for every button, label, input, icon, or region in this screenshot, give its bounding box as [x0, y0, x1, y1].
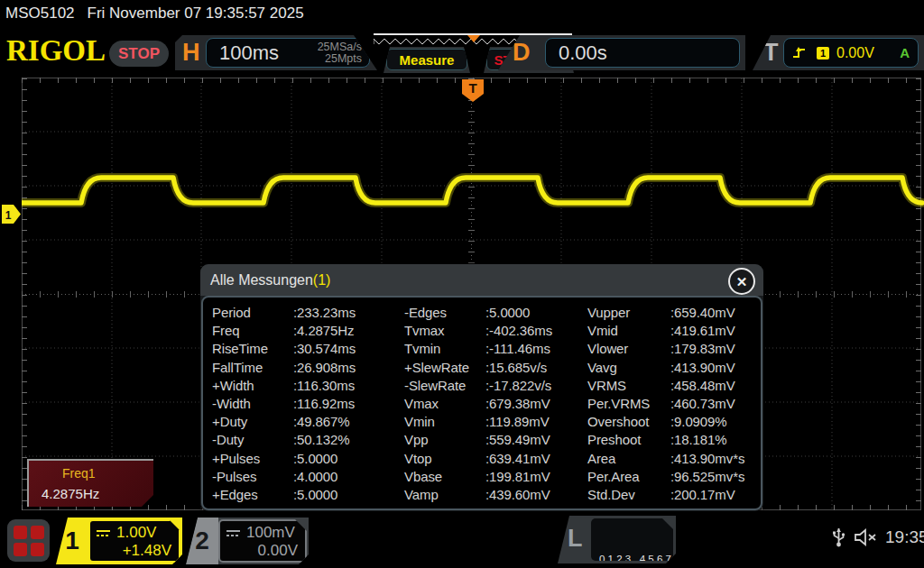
close-icon[interactable]: ✕	[728, 268, 755, 295]
channel2-scale: 100mV	[246, 524, 295, 542]
measurement-value: :116.30ms	[293, 377, 404, 395]
measurements-count: (1)	[313, 272, 331, 288]
measurement-value: :460.73mV	[670, 395, 761, 413]
freq1-value: 4.2875Hz	[42, 486, 99, 501]
ch1-marker-label: 1	[5, 209, 12, 222]
measurement-value: :179.83mV	[670, 340, 761, 358]
measurement-name: Preshoot	[587, 431, 670, 449]
measurement-name: Vbase	[404, 468, 485, 486]
measurement-value: :639.41mV	[485, 450, 587, 468]
measurement-name: RiseTime	[212, 340, 293, 358]
measurement-name: Vtop	[404, 450, 485, 468]
channel1-settings: 1.00V +1.48V	[88, 519, 180, 563]
channel2-status-button[interactable]: 2 100mV 0.00V	[186, 518, 309, 564]
measurement-name: Tvmin	[404, 340, 485, 358]
measurement-name: FallTime	[212, 359, 293, 377]
measurements-panel-header[interactable]: Alle Messungen(1) ✕	[200, 264, 763, 296]
trigger-position-marker[interactable]: T	[462, 79, 484, 102]
dc-coupling-icon	[226, 529, 241, 537]
measurement-name: Vamp	[404, 486, 485, 504]
measurement-name: Vupper	[587, 304, 670, 322]
measurements-grid: Period:233.23ms-Edges:5.0000Vupper:659.4…	[212, 304, 761, 504]
measurement-value: :679.38mV	[485, 395, 587, 413]
ch1-ground-marker[interactable]: 1	[2, 205, 21, 224]
measurement-value: :5.0000	[485, 304, 587, 322]
measurement-name: Per.Area	[587, 468, 670, 486]
system-tray: 19:35	[832, 527, 924, 548]
measurement-value: :-111.46ms	[485, 340, 587, 358]
measurement-value: :4.2875Hz	[293, 322, 404, 340]
measurement-value: :200.17mV	[670, 486, 761, 504]
measurement-value: :659.40mV	[670, 304, 761, 322]
channel1-scale: 1.00V	[116, 524, 156, 542]
measurement-name: Vpp	[404, 431, 485, 449]
measurement-name: -Width	[212, 395, 293, 413]
measurement-name: Area	[587, 450, 670, 468]
channel2-offset: 0.00V	[226, 542, 298, 560]
measurement-value: :26.908ms	[293, 359, 404, 377]
measurement-value: :419.61mV	[670, 322, 761, 340]
measurement-value: :413.90mv*s	[670, 450, 761, 468]
logic-analyzer-label: L	[568, 525, 583, 553]
channel1-offset: +1.48V	[96, 542, 171, 560]
measurement-value: :233.23ms	[293, 304, 404, 322]
measurement-name: Vlower	[587, 340, 670, 358]
measurement-name: +SlewRate	[404, 359, 485, 377]
measurement-name: +Pulses	[212, 450, 293, 468]
measurement-name: -SlewRate	[404, 377, 485, 395]
measurement-value: :50.132%	[293, 431, 404, 449]
channel1-status-button[interactable]: 1 1.00V +1.48V	[56, 518, 182, 564]
channel2-settings: 100mV 0.00V	[218, 519, 307, 563]
logic-analyzer-button[interactable]: L 0 1 2 3 4 5 6 7 8 9 1011 12131415	[558, 516, 676, 563]
measurement-value: :199.81mV	[485, 468, 587, 486]
measurement-name: Vmin	[404, 413, 485, 431]
trigger-marker-label: T	[468, 80, 476, 96]
measurements-title: Alle Messungen	[210, 272, 313, 288]
measurement-value: :49.867%	[293, 413, 404, 431]
measurement-name: Vmid	[587, 322, 670, 340]
dc-coupling-icon	[96, 529, 111, 537]
measurement-value: :116.92ms	[293, 395, 404, 413]
measurement-value: :-402.36ms	[485, 322, 587, 340]
measurement-value: :15.685v/s	[485, 359, 587, 377]
clock-text: 19:35	[885, 527, 924, 547]
measurement-name: +Edges	[212, 486, 293, 504]
measurement-value: :9.0909%	[670, 413, 761, 431]
all-measurements-panel: Alle Messungen(1) ✕ Period:233.23ms-Edge…	[200, 264, 763, 511]
measurement-name: Period	[212, 304, 293, 322]
measurement-name: Vavg	[587, 359, 670, 377]
measurement-value: :4.0000	[293, 468, 404, 486]
measurement-value: :96.525mv*s	[670, 468, 761, 486]
measurement-value: :559.49mV	[485, 431, 587, 449]
measurement-name: Std.Dev	[587, 486, 670, 504]
measurement-value: :413.90mV	[670, 359, 761, 377]
measurement-value: :458.48mV	[670, 377, 761, 395]
measurement-value: :5.0000	[293, 486, 404, 504]
measurement-name: -Duty	[212, 431, 293, 449]
digital-channels-box: 0 1 2 3 4 5 6 7 8 9 1011 12131415	[591, 518, 673, 561]
measurement-name: Freq	[212, 322, 293, 340]
measurements-panel-body: Period:233.23ms-Edges:5.0000Vupper:659.4…	[201, 296, 762, 510]
measurement-value: :-17.822v/s	[485, 377, 587, 395]
freq1-result-box[interactable]: Freq1 4.2875Hz	[27, 459, 153, 507]
measurement-name: VRMS	[587, 377, 670, 395]
measurement-value: :119.89mV	[485, 413, 587, 431]
speaker-muted-icon[interactable]	[854, 528, 877, 546]
measurement-value: :30.574ms	[293, 340, 404, 358]
measurement-name: -Pulses	[212, 468, 293, 486]
measurement-name: +Width	[212, 377, 293, 395]
freq1-label: Freq1	[62, 466, 96, 481]
measurement-value: :439.60mV	[485, 486, 587, 504]
measurement-name: Vmax	[404, 395, 485, 413]
menu-button[interactable]	[7, 519, 50, 562]
measurement-value: :18.181%	[670, 431, 761, 449]
menu-grid-icon	[14, 526, 44, 556]
measurement-name: -Edges	[404, 304, 485, 322]
oscilloscope-screen: MSO5102Fri November 07 19:35:57 2025 RIG…	[0, 0, 924, 568]
measurement-name: +Duty	[212, 413, 293, 431]
usb-icon[interactable]	[832, 527, 845, 548]
measurement-name: Overshoot	[587, 413, 670, 431]
measurement-value: :5.0000	[293, 450, 404, 468]
measurement-name: Tvmax	[404, 322, 485, 340]
measurement-name: Per.VRMS	[587, 395, 670, 413]
